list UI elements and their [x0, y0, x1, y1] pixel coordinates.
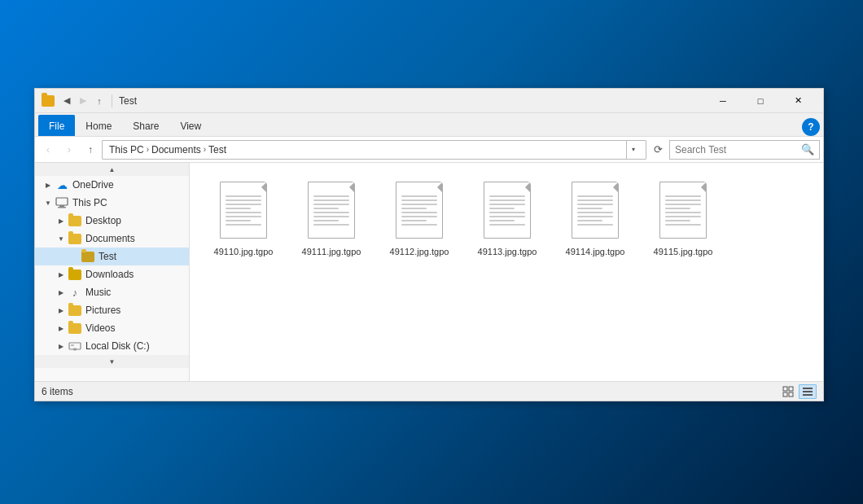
- file-item[interactable]: 49115.jpg.tgpo: [642, 173, 724, 262]
- sidebar-label-documents: Documents: [85, 233, 135, 244]
- svg-rect-7: [789, 387, 793, 391]
- expand-arrow-localdisk[interactable]: ▶: [55, 340, 68, 353]
- file-name: 49112.jpg.tgpo: [390, 246, 449, 257]
- sidebar-item-localdisk[interactable]: ▶ Local Disk (C:): [35, 337, 189, 355]
- svg-rect-5: [71, 344, 74, 346]
- file-item[interactable]: 49111.jpg.tgpo: [291, 173, 372, 262]
- svg-rect-2: [58, 207, 66, 208]
- sidebar-label-downloads: Downloads: [85, 269, 134, 280]
- view-list-button[interactable]: [799, 384, 817, 399]
- sidebar-scroll-up[interactable]: ▲: [35, 163, 189, 176]
- tab-view[interactable]: View: [169, 115, 212, 136]
- file-item[interactable]: 49110.jpg.tgpo: [203, 173, 284, 262]
- refresh-button[interactable]: ⟳: [648, 140, 668, 160]
- up-button[interactable]: ↑: [81, 140, 100, 160]
- sidebar-item-thispc[interactable]: ▼ This PC: [35, 194, 189, 212]
- tab-home[interactable]: Home: [75, 115, 122, 136]
- path-arrow-1: ›: [147, 145, 149, 154]
- status-item-count: 6 items: [42, 386, 779, 397]
- expand-arrow-music[interactable]: ▶: [55, 286, 68, 299]
- sidebar-label-thispc: This PC: [72, 197, 107, 208]
- file-area: 49110.jpg.tgpo 49111.jpg.tgpo: [190, 163, 823, 381]
- sidebar-label-pictures: Pictures: [85, 305, 120, 316]
- file-name: 49110.jpg.tgpo: [214, 246, 274, 257]
- file-item[interactable]: 49114.jpg.tgpo: [554, 173, 636, 262]
- sidebar-label-test: Test: [99, 251, 116, 262]
- title-folder-icon: [42, 94, 55, 107]
- sidebar-item-pictures[interactable]: ▶ Pictures: [35, 301, 189, 319]
- sidebar-label-onedrive: OneDrive: [72, 179, 114, 191]
- back-button[interactable]: ‹: [38, 140, 58, 160]
- search-input[interactable]: [675, 144, 801, 156]
- file-name: 49111.jpg.tgpo: [302, 246, 361, 257]
- quick-access-up[interactable]: ↑: [92, 94, 107, 108]
- disk-icon: [68, 340, 82, 353]
- svg-rect-12: [803, 394, 813, 396]
- sidebar-item-desktop[interactable]: ▶ Desktop: [35, 212, 189, 230]
- folder-music-icon: ♪: [68, 286, 82, 299]
- status-bar: 6 items: [35, 381, 823, 401]
- expand-arrow-videos[interactable]: ▶: [55, 322, 68, 335]
- path-arrow-2: ›: [204, 145, 206, 154]
- svg-rect-6: [783, 387, 787, 391]
- svg-rect-10: [803, 388, 813, 389]
- sidebar-item-videos[interactable]: ▶ Videos: [35, 319, 189, 337]
- path-segment-documents: Documents: [151, 144, 201, 156]
- folder-videos-icon: [68, 322, 82, 335]
- tab-share[interactable]: Share: [122, 115, 169, 136]
- tab-file[interactable]: File: [38, 115, 75, 136]
- sidebar-item-onedrive[interactable]: ▶ ☁ OneDrive: [35, 176, 189, 194]
- sidebar-label-localdisk: Local Disk (C:): [85, 340, 150, 352]
- sidebar-item-documents[interactable]: ▼ Documents: [35, 230, 189, 248]
- help-button[interactable]: ?: [802, 118, 820, 136]
- file-name: 49114.jpg.tgpo: [566, 246, 625, 257]
- folder-pictures-icon: [68, 304, 82, 317]
- path-segment-test: Test: [208, 144, 226, 156]
- path-segment-thispc: This PC: [109, 144, 144, 156]
- file-name: 49113.jpg.tgpo: [478, 246, 537, 257]
- expand-arrow-pictures[interactable]: ▶: [55, 304, 68, 317]
- forward-button[interactable]: ›: [59, 140, 79, 160]
- minimize-button[interactable]: ─: [704, 89, 742, 113]
- title-bar: ◀ ▶ ↑ Test ─ □ ✕: [35, 89, 823, 113]
- svg-rect-8: [783, 392, 787, 397]
- maximize-button[interactable]: □: [742, 89, 779, 113]
- sidebar-item-music[interactable]: ▶ ♪ Music: [35, 283, 189, 301]
- quick-access-back[interactable]: ◀: [59, 94, 74, 108]
- folder-documents-icon: [68, 232, 82, 245]
- expand-arrow-onedrive[interactable]: ▶: [42, 178, 55, 191]
- ribbon: File Home Share View ?: [35, 113, 823, 137]
- folder-downloads-icon: [68, 268, 82, 281]
- file-item[interactable]: 49112.jpg.tgpo: [379, 173, 460, 262]
- view-grid-button[interactable]: [779, 384, 797, 399]
- svg-rect-11: [803, 391, 813, 392]
- sidebar: ▲ ▶ ☁ OneDrive ▼ This PC: [35, 163, 190, 381]
- onedrive-icon: ☁: [55, 178, 69, 191]
- search-icon[interactable]: 🔍: [801, 143, 814, 156]
- pc-icon: [55, 196, 69, 209]
- sidebar-label-videos: Videos: [85, 322, 115, 334]
- expand-arrow-desktop[interactable]: ▶: [55, 214, 68, 227]
- sidebar-item-test[interactable]: ▶ Test: [35, 248, 189, 265]
- folder-desktop-icon: [68, 214, 82, 227]
- file-name: 49115.jpg.tgpo: [654, 246, 713, 257]
- sidebar-item-downloads[interactable]: ▶ Downloads: [35, 265, 189, 283]
- svg-rect-0: [56, 198, 68, 205]
- svg-rect-1: [59, 205, 64, 207]
- search-box[interactable]: 🔍: [669, 140, 820, 160]
- address-bar: ‹ › ↑ This PC › Documents › Test ▾ ⟳ 🔍: [35, 137, 823, 163]
- sidebar-label-music: Music: [85, 287, 111, 298]
- expand-arrow-thispc[interactable]: ▼: [42, 196, 55, 209]
- expand-arrow-documents[interactable]: ▼: [55, 232, 68, 245]
- file-item[interactable]: 49113.jpg.tgpo: [467, 173, 548, 262]
- close-button[interactable]: ✕: [779, 89, 817, 113]
- quick-access-forward[interactable]: ▶: [76, 94, 90, 108]
- address-path[interactable]: This PC › Documents › Test ▾: [102, 140, 646, 160]
- folder-test-icon: [81, 250, 95, 263]
- sidebar-scroll-down[interactable]: ▼: [35, 355, 189, 368]
- window-title: Test: [119, 95, 704, 107]
- svg-rect-9: [789, 392, 793, 397]
- expand-arrow-downloads[interactable]: ▶: [55, 268, 68, 281]
- address-dropdown-button[interactable]: ▾: [626, 140, 639, 160]
- sidebar-label-desktop: Desktop: [85, 215, 121, 226]
